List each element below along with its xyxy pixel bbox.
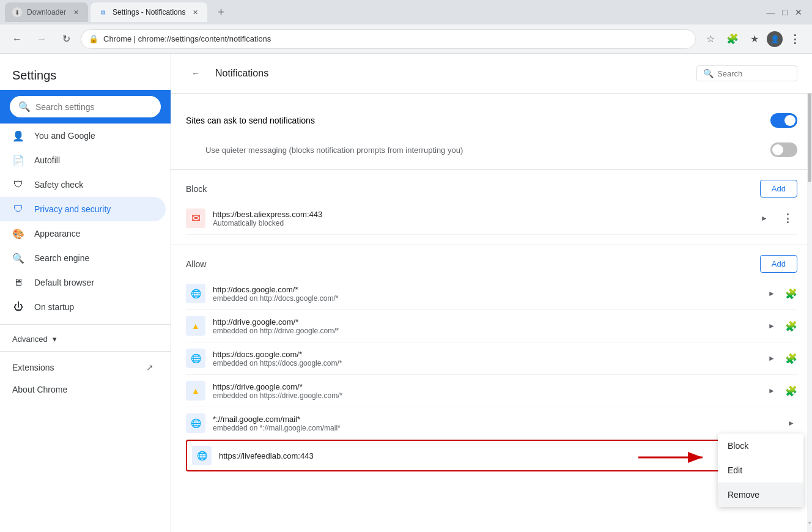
settings-title: Settings [0, 59, 171, 90]
about-chrome-label: About Chrome [12, 385, 67, 394]
allowed-docs-http-chevron[interactable]: ► [768, 289, 775, 298]
privacy-shield-icon: 🛡 [12, 203, 24, 215]
highlighted-row-container: 🌐 https://livefeedlab.com:443 [186, 440, 797, 471]
allowed-drive-https-info: https://drive.google.com/* embedded on h… [213, 382, 761, 400]
address-bar[interactable]: 🔒 Chrome | chrome://settings/content/not… [81, 29, 696, 49]
allowed-docs-http-url: http://docs.google.com/* [213, 285, 761, 294]
sites-can-ask-slider [770, 113, 797, 128]
settings-search-input[interactable] [35, 102, 152, 112]
allowed-drive-https-extension-icon: 🧩 [785, 385, 797, 397]
lock-icon: 🔒 [89, 34, 98, 43]
extensions-external-icon: ↗ [146, 363, 153, 372]
allowed-site-row-docs-http: 🌐 http://docs.google.com/* embedded on h… [186, 278, 797, 310]
back-button[interactable]: ← [7, 29, 27, 49]
scrollbar-track[interactable]: ▼ ▲ [807, 54, 812, 532]
menu-button[interactable]: ⋮ [785, 29, 805, 49]
blocked-site-chevron[interactable]: ► [761, 214, 768, 223]
sidebar-item-appearance[interactable]: 🎨 Appearance [0, 221, 166, 246]
tab-downloader[interactable]: ⬇ Downloader ✕ [5, 2, 88, 22]
browser-frame: ⬇ Downloader ✕ ⚙ Settings - Notification… [0, 0, 812, 532]
sidebar-item-safety-check[interactable]: 🛡 Safety check [0, 172, 166, 197]
extension-overview-button[interactable]: 🧩 [723, 29, 742, 49]
tab-settings[interactable]: ⚙ Settings - Notifications ✕ [90, 2, 207, 22]
allowed-drive-https-url: https://drive.google.com/* [213, 382, 761, 391]
forward-button[interactable]: → [32, 29, 51, 49]
window-close-button[interactable]: ✕ [795, 7, 802, 17]
quieter-messaging-row: Use quieter messaging (blocks notificati… [186, 135, 797, 164]
sidebar-label-appearance: Appearance [34, 229, 81, 238]
address-text: Chrome | chrome://settings/content/notif… [103, 34, 271, 43]
settings-sidebar: Settings 🔍 👤 You and Google 📄 Autofill 🛡… [0, 54, 171, 532]
allowed-drive-https-chevron[interactable]: ► [768, 386, 775, 395]
block-section: Block Add ✉ https://best.aliexpress.com:… [171, 170, 812, 245]
main-content: Settings 🔍 👤 You and Google 📄 Autofill 🛡… [0, 54, 812, 532]
sidebar-item-default-browser[interactable]: 🖥 Default browser [0, 270, 166, 295]
allowed-docs-http-extension-icon: 🧩 [785, 288, 797, 300]
notifications-search-box[interactable]: 🔍 [696, 65, 797, 81]
sidebar-label-safety-check: Safety check [34, 180, 83, 190]
new-tab-button[interactable]: + [212, 4, 229, 21]
sidebar-item-you-and-google[interactable]: 👤 You and Google [0, 124, 166, 148]
sidebar-divider-1 [0, 324, 171, 325]
sidebar-item-search-engine[interactable]: 🔍 Search engine [0, 246, 166, 270]
quieter-messaging-slider [770, 142, 797, 157]
allowed-site-row-drive-https: ▲ https://drive.google.com/* embedded on… [186, 375, 797, 407]
block-section-title: Block [186, 184, 207, 194]
minimize-button[interactable]: — [767, 7, 775, 17]
block-header: Block Add [186, 180, 797, 198]
blocked-site-row-aliexpress: ✉ https://best.aliexpress.com:443 Automa… [186, 202, 797, 235]
bookmark-button[interactable]: ☆ [701, 29, 720, 49]
context-menu-block[interactable]: Block [718, 434, 803, 458]
sites-can-ask-toggle[interactable] [770, 113, 797, 128]
blocked-site-icon: ✉ [186, 209, 205, 228]
advanced-chevron-icon: ▾ [53, 334, 57, 344]
block-add-button[interactable]: Add [760, 180, 797, 198]
extensions-sidebar-label: Extensions [12, 363, 54, 372]
sidebar-item-on-startup[interactable]: ⏻ On startup [0, 295, 166, 319]
notifications-search-input[interactable] [717, 69, 791, 78]
settings-content: ← Notifications 🔍 Sites can ask to send … [171, 54, 812, 532]
maximize-button[interactable]: □ [783, 7, 788, 17]
allow-section-title: Allow [186, 259, 206, 269]
sidebar-divider-2 [0, 351, 171, 352]
allowed-drive-https-sublabel: embedded on https://drive.google.com/* [213, 391, 761, 400]
allowed-docs-https-icon: 🌐 [186, 349, 205, 368]
sidebar-item-privacy-security[interactable]: 🛡 Privacy and security [0, 197, 166, 221]
sidebar-item-autofill[interactable]: 📄 Autofill [0, 148, 166, 172]
refresh-button[interactable]: ↻ [56, 29, 76, 49]
sidebar-label-on-startup: On startup [34, 302, 74, 312]
sites-can-ask-section: Sites can ask to send notifications Use … [171, 94, 812, 169]
tab-settings-close[interactable]: ✕ [190, 7, 200, 17]
allowed-mail-icon: 🌐 [186, 413, 205, 433]
allowed-docs-https-chevron[interactable]: ► [768, 354, 775, 363]
search-engine-icon: 🔍 [12, 252, 24, 264]
allowed-mail-info: *://mail.google.com/mail* embedded on *:… [213, 415, 780, 432]
sidebar-item-extensions[interactable]: Extensions ↗ [0, 357, 166, 379]
sidebar-label-autofill: Autofill [34, 155, 60, 165]
sidebar-advanced-section[interactable]: Advanced ▾ [0, 330, 171, 346]
article-icon: 📄 [12, 154, 24, 166]
context-menu-remove[interactable]: Remove [718, 482, 803, 507]
context-menu-edit[interactable]: Edit [718, 458, 803, 482]
tab-downloader-close[interactable]: ✕ [71, 7, 81, 17]
allowed-site-row-docs-https: 🌐 https://docs.google.com/* embedded on … [186, 342, 797, 375]
extensions-button[interactable]: ★ [745, 29, 764, 49]
safety-shield-icon: 🛡 [12, 179, 24, 191]
settings-search-bar[interactable]: 🔍 [10, 96, 161, 117]
sidebar-label-privacy-security: Privacy and security [34, 204, 111, 214]
blocked-site-more-button[interactable]: ⋮ [778, 209, 797, 228]
allowed-livefeedlab-icon: 🌐 [192, 446, 212, 465]
allowed-drive-http-chevron[interactable]: ► [768, 322, 775, 330]
notifications-search-icon: 🔍 [703, 68, 714, 78]
allow-add-button[interactable]: Add [760, 255, 797, 273]
quieter-messaging-toggle[interactable] [770, 142, 797, 157]
notifications-back-button[interactable]: ← [186, 64, 205, 83]
person-icon: 👤 [12, 130, 24, 142]
notifications-panel: ← Notifications 🔍 Sites can ask to send … [171, 54, 812, 532]
sidebar-item-about-chrome[interactable]: About Chrome [0, 379, 166, 401]
advanced-label: Advanced [12, 334, 48, 344]
allowed-docs-http-info: http://docs.google.com/* embedded on htt… [213, 285, 761, 303]
allowed-docs-https-info: https://docs.google.com/* embedded on ht… [213, 350, 761, 368]
profile-button[interactable]: 👤 [767, 31, 783, 47]
allowed-mail-chevron[interactable]: ► [788, 419, 795, 427]
